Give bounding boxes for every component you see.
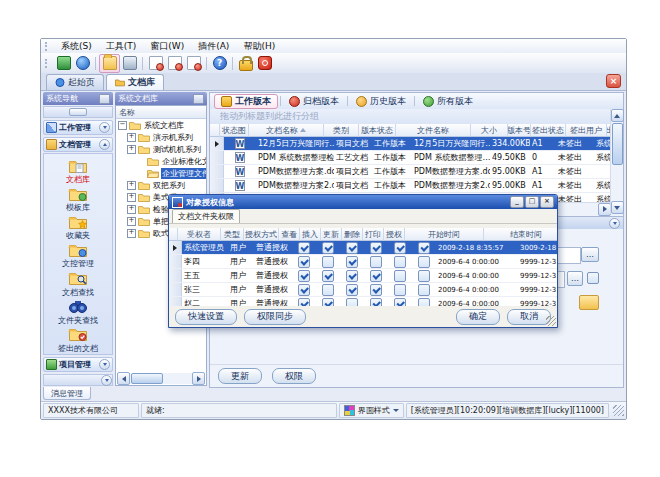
menu-item[interactable]: 窗口(W) bbox=[143, 40, 191, 52]
column-header[interactable]: 文档名称 bbox=[249, 124, 324, 137]
power-button[interactable] bbox=[255, 55, 274, 72]
column-header[interactable]: 删除 bbox=[342, 228, 363, 241]
table-row[interactable]: WPDM数据整理方案2.doc项目文档工作版本PDM数据整理方案2.doc95.… bbox=[210, 179, 611, 193]
expander-icon[interactable]: + bbox=[127, 193, 136, 202]
sidebar-section-project[interactable]: 项目管理 bbox=[43, 357, 113, 372]
column-header[interactable]: 受权者 bbox=[178, 228, 221, 241]
scroll-thumb[interactable] bbox=[131, 373, 163, 384]
sidebar-item-收藏夹[interactable]: 收藏夹 bbox=[44, 213, 112, 241]
column-header[interactable]: 版本状态 bbox=[359, 124, 396, 137]
tree-node[interactable]: +双把系列 bbox=[116, 179, 206, 191]
tab-all-version[interactable]: 所有版本 bbox=[417, 95, 479, 108]
mail-new-button[interactable] bbox=[146, 55, 165, 72]
perm-checkbox[interactable] bbox=[370, 284, 382, 296]
permission-row[interactable]: 王五用户普通授权2009-6-4 0:00:009999-12-31 23:59… bbox=[169, 269, 557, 283]
mail-delete-button[interactable] bbox=[184, 55, 203, 72]
column-header[interactable]: 查看 bbox=[279, 228, 300, 241]
tree-hscrollbar[interactable] bbox=[117, 373, 205, 384]
tab-start-page[interactable]: 起始页 bbox=[46, 74, 104, 90]
toolbar-grip[interactable] bbox=[45, 59, 50, 68]
pin-button[interactable] bbox=[193, 94, 204, 104]
permission-sync-button[interactable]: 权限同步 bbox=[244, 309, 306, 325]
tree-node[interactable]: 企业管理文件 bbox=[116, 167, 206, 179]
scroll-left-button[interactable] bbox=[117, 372, 130, 385]
expander-icon[interactable]: + bbox=[127, 145, 136, 154]
column-header[interactable]: 结束时间 bbox=[484, 228, 557, 241]
perm-checkbox[interactable] bbox=[394, 284, 406, 296]
table-row[interactable]: WPDM数据整理方案.doc项目文档工作版本PDM数据整理方案.doc95.00… bbox=[210, 165, 611, 179]
expander-icon[interactable]: + bbox=[127, 217, 136, 226]
permission-button[interactable]: 权限 bbox=[272, 368, 316, 384]
sidebar-item-文档查找[interactable]: 文档查找 bbox=[44, 270, 112, 298]
perm-checkbox[interactable] bbox=[418, 284, 430, 296]
menu-item[interactable]: 系统(S) bbox=[54, 40, 99, 52]
sidebar-item-模板库[interactable]: 模板库 bbox=[44, 185, 112, 213]
dialog-resize-grip[interactable] bbox=[546, 316, 556, 326]
collapse-button[interactable] bbox=[69, 108, 87, 116]
column-header[interactable]: 状态图 bbox=[220, 124, 249, 137]
sidebar-item-文控管理[interactable]: 文控管理 bbox=[44, 241, 112, 269]
ellipsis-button[interactable]: … bbox=[581, 247, 599, 262]
perm-checkbox[interactable] bbox=[322, 242, 334, 254]
menu-item[interactable]: 插件(A) bbox=[191, 40, 236, 52]
perm-checkbox[interactable] bbox=[418, 242, 430, 254]
tab-folder-permissions[interactable]: 文档文件夹权限 bbox=[172, 209, 240, 223]
close-tab-button[interactable]: × bbox=[606, 74, 621, 88]
mail-open-button[interactable] bbox=[165, 55, 184, 72]
toolbar-grip[interactable] bbox=[45, 42, 50, 51]
column-header[interactable]: 文件名称 bbox=[396, 124, 471, 137]
sidebar-item-文件夹查找[interactable]: 文件夹查找 bbox=[44, 298, 112, 326]
permission-row[interactable]: 张三用户普通授权2009-6-4 0:00:009999-12-31 23:59… bbox=[169, 283, 557, 297]
perm-checkbox[interactable] bbox=[322, 270, 334, 282]
monitor-button[interactable] bbox=[54, 55, 73, 72]
tab-archived-version[interactable]: 归档版本 bbox=[283, 95, 345, 108]
column-header[interactable]: 打印 bbox=[363, 228, 384, 241]
quick-setup-button[interactable]: 快速设置 bbox=[175, 309, 237, 325]
expander-icon[interactable]: + bbox=[127, 181, 136, 190]
chevron-down-icon[interactable] bbox=[99, 359, 110, 370]
grid-vscrollbar[interactable] bbox=[610, 109, 623, 214]
chevron-up-icon[interactable] bbox=[99, 139, 110, 150]
ellipsis-button[interactable]: … bbox=[567, 271, 583, 286]
column-header[interactable]: 签出用户 bbox=[566, 124, 607, 137]
perm-checkbox[interactable] bbox=[394, 256, 406, 268]
column-header[interactable]: 授权 bbox=[384, 228, 405, 241]
sidebar-item-签出的文档[interactable]: 签出的文档 bbox=[44, 326, 112, 354]
permission-row[interactable]: 系统管理员用户普通授权2009-2-18 8:35:573009-2-18 8:… bbox=[169, 241, 557, 255]
sidebar-section-doc[interactable]: 文档管理 bbox=[43, 137, 113, 152]
permission-row[interactable]: 李四用户普通授权2009-6-4 0:00:009999-12-31 23:59… bbox=[169, 255, 557, 269]
minimize-button[interactable]: _ bbox=[510, 196, 524, 208]
column-header[interactable]: 版本号 bbox=[508, 124, 531, 137]
perm-checkbox[interactable] bbox=[394, 270, 406, 282]
column-header[interactable]: 签出状态 bbox=[531, 124, 566, 137]
menu-item[interactable]: 帮助(H) bbox=[236, 40, 282, 52]
scroll-thumb[interactable] bbox=[612, 123, 623, 165]
perm-checkbox[interactable] bbox=[370, 270, 382, 282]
computer-button[interactable] bbox=[120, 55, 139, 72]
perm-checkbox[interactable] bbox=[370, 242, 382, 254]
close-button[interactable]: × bbox=[540, 196, 554, 208]
scroll-right-button[interactable] bbox=[192, 372, 205, 385]
update-button[interactable]: 更新 bbox=[218, 368, 262, 384]
tab-working-version[interactable]: 工作版本 bbox=[214, 94, 278, 109]
ok-button[interactable]: 确定 bbox=[456, 309, 500, 325]
dialog-title-bar[interactable]: 对象授权信息 _ □ × bbox=[169, 195, 557, 209]
perm-checkbox[interactable] bbox=[298, 270, 310, 282]
perm-checkbox[interactable] bbox=[346, 256, 358, 268]
expander-icon[interactable]: − bbox=[118, 121, 127, 130]
chevron-down-icon[interactable] bbox=[99, 122, 110, 133]
perm-checkbox[interactable] bbox=[298, 284, 310, 296]
column-header[interactable]: 插入 bbox=[300, 228, 321, 241]
perm-checkbox[interactable] bbox=[346, 242, 358, 254]
tree-node[interactable]: +测试机机系列 bbox=[116, 143, 206, 155]
scroll-down-button[interactable] bbox=[611, 201, 624, 214]
perm-checkbox[interactable] bbox=[418, 256, 430, 268]
perm-checkbox[interactable] bbox=[322, 284, 334, 296]
group-by-bar[interactable]: 拖动列标题到此进行分组 bbox=[210, 109, 621, 125]
cancel-button[interactable]: 取消 bbox=[507, 309, 551, 325]
chevron-down-icon[interactable] bbox=[609, 218, 620, 229]
perm-checkbox[interactable] bbox=[418, 270, 430, 282]
resize-grip[interactable] bbox=[613, 405, 624, 416]
tab-history-version[interactable]: 历史版本 bbox=[350, 95, 412, 108]
perm-checkbox[interactable] bbox=[346, 284, 358, 296]
